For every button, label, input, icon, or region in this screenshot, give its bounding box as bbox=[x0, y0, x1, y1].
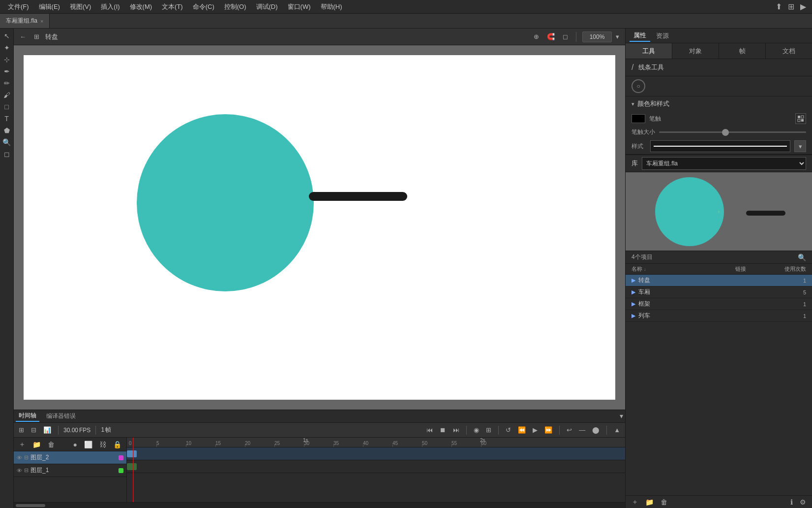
pencil-tool-btn[interactable]: ✏ bbox=[1, 78, 12, 89]
layer1-vis-btn[interactable]: 👁 bbox=[17, 468, 22, 474]
lib-item-2[interactable]: ▶ 框架 1 bbox=[626, 298, 812, 310]
layer2-lock-btn[interactable]: ⊟ bbox=[24, 454, 29, 461]
layer-graph-icon[interactable]: 📊 bbox=[41, 425, 53, 435]
transform-tool-btn[interactable]: ⊹ bbox=[1, 54, 12, 65]
library-file-select[interactable]: 车厢重组.fla bbox=[642, 157, 806, 170]
rewind-btn[interactable]: ⏪ bbox=[516, 425, 528, 435]
layer-outline-icon[interactable]: ⛓ bbox=[97, 440, 108, 449]
tab-close-btn[interactable]: × bbox=[40, 18, 43, 24]
assets-tab[interactable]: 资源 bbox=[652, 31, 673, 41]
timeline-tab[interactable]: 时间轴 bbox=[16, 411, 39, 422]
color-style-label: 颜色和样式 bbox=[637, 99, 669, 108]
tool-tab-doc[interactable]: 文档 bbox=[766, 43, 812, 59]
stroke-options-btn[interactable] bbox=[795, 113, 806, 124]
loop-btn[interactable]: ↺ bbox=[504, 425, 513, 435]
text-tool-btn[interactable]: T bbox=[1, 113, 12, 124]
lib-col-uses-header: 使用次数 bbox=[777, 265, 806, 273]
new-layer-icon[interactable]: ⊞ bbox=[17, 425, 26, 435]
menu-text[interactable]: 文本(T) bbox=[158, 1, 187, 12]
eyedropper-tool-btn[interactable]: 🔍 bbox=[1, 137, 12, 148]
lib-add-btn[interactable]: ＋ bbox=[630, 497, 640, 508]
stroke-color-swatch[interactable] bbox=[632, 114, 645, 123]
visibility-icon[interactable]: ◻ bbox=[561, 32, 570, 41]
round-icon-btn[interactable]: ○ bbox=[632, 79, 645, 93]
align-center-icon[interactable]: ⊕ bbox=[532, 32, 541, 41]
properties-tab[interactable]: 属性 bbox=[630, 30, 650, 42]
lib-folder-btn[interactable]: 📁 bbox=[643, 497, 656, 507]
fill-tool-btn[interactable]: ⬟ bbox=[1, 125, 12, 136]
add-layer-btn[interactable]: ＋ bbox=[17, 440, 28, 449]
menu-insert[interactable]: 插入(I) bbox=[97, 1, 123, 12]
style-dropdown[interactable] bbox=[650, 140, 790, 152]
layer-row-2[interactable]: 👁 ⊟ 图层_2 bbox=[14, 451, 126, 464]
menu-window[interactable]: 窗口(W) bbox=[284, 1, 315, 12]
library-header: 库 车厢重组.fla bbox=[626, 155, 812, 172]
lib-item-1[interactable]: ▶ 车厢 5 bbox=[626, 286, 812, 298]
library-search-btn[interactable]: 🔍 bbox=[798, 254, 806, 261]
add-folder-btn[interactable]: 📁 bbox=[30, 440, 43, 449]
menu-modify[interactable]: 修改(M) bbox=[126, 1, 156, 12]
snap-icon[interactable]: 🧲 bbox=[545, 32, 557, 41]
compiler-errors-tab[interactable]: 编译器错误 bbox=[43, 411, 79, 421]
eraser-tool-btn[interactable]: ◻ bbox=[1, 149, 12, 159]
subselect-tool-btn[interactable]: ✦ bbox=[1, 42, 12, 53]
select-tool-btn[interactable]: ↖ bbox=[1, 31, 12, 41]
lib-delete-btn[interactable]: 🗑 bbox=[659, 497, 669, 507]
panel-header-tabs: 属性 资源 bbox=[626, 29, 812, 43]
canvas-area[interactable] bbox=[14, 45, 625, 410]
lib-item-3[interactable]: ▶ 列车 1 bbox=[626, 310, 812, 322]
timeline-scroll-thumb[interactable] bbox=[16, 504, 45, 507]
tool-tab-object[interactable]: 对象 bbox=[672, 43, 719, 59]
fast-forward-btn[interactable]: ⏩ bbox=[542, 425, 554, 435]
timeline-scrollbar[interactable] bbox=[14, 502, 625, 508]
style-dropdown-arrow[interactable]: ▾ bbox=[794, 140, 806, 152]
stop-btn[interactable]: ⏹ bbox=[438, 425, 448, 435]
go-to-start-btn[interactable]: ⏮ bbox=[424, 425, 435, 435]
zoom-input[interactable] bbox=[582, 32, 612, 42]
timeline-collapse-btn[interactable]: ▾ bbox=[620, 412, 623, 420]
lib-item-0-name: 转盘 bbox=[638, 276, 731, 285]
pen-tool-btn[interactable]: ✒ bbox=[1, 66, 12, 77]
shape-tool-btn[interactable]: □ bbox=[1, 101, 12, 112]
layer2-vis-btn[interactable]: 👁 bbox=[17, 455, 22, 461]
export-icon[interactable]: ⬆ bbox=[774, 1, 784, 12]
menu-help[interactable]: 帮助(H) bbox=[317, 1, 346, 12]
timeline-zoom-slider[interactable]: ⬤ bbox=[590, 425, 601, 435]
back-btn[interactable]: ← bbox=[18, 32, 28, 41]
tab-file[interactable]: 车厢重组.fla × bbox=[0, 14, 50, 28]
library-label: 库 bbox=[632, 159, 638, 168]
tool-tab-frame[interactable]: 帧 bbox=[719, 43, 766, 59]
stroke-size-slider[interactable] bbox=[659, 131, 806, 133]
go-forward-btn[interactable]: ⏭ bbox=[451, 425, 461, 435]
timeline-ruler: 0 5 10 15 20 25 30 1s bbox=[127, 438, 625, 447]
menu-control[interactable]: 控制(O) bbox=[220, 1, 250, 12]
layer-vis-all[interactable]: ● bbox=[71, 440, 79, 449]
scene-btn[interactable]: ⊞ bbox=[32, 32, 41, 41]
onion-skin-btn[interactable]: ◉ bbox=[472, 425, 481, 435]
onion-skin-outline-btn[interactable]: ⊞ bbox=[484, 425, 493, 435]
delete-layer-btn[interactable]: 🗑 bbox=[46, 440, 57, 449]
brush-tool-btn[interactable]: 🖌 bbox=[1, 90, 12, 100]
tool-tab-tool[interactable]: 工具 bbox=[626, 43, 672, 59]
layer-padding-icon[interactable]: 🔒 bbox=[111, 440, 123, 449]
undo-btn[interactable]: ↩ bbox=[565, 425, 574, 435]
layout-icon[interactable]: ⊞ bbox=[786, 1, 796, 12]
main-area: ↖ ✦ ⊹ ✒ ✏ 🖌 □ T ⬟ 🔍 ◻ ← ⊞ 转盘 ⊕ 🧲 ◻ ▾ bbox=[0, 29, 812, 508]
lib-props-btn[interactable]: ⚙ bbox=[798, 497, 808, 507]
max-zoom-btn[interactable]: ▲ bbox=[612, 425, 622, 435]
menu-command[interactable]: 命令(C) bbox=[189, 1, 218, 12]
menu-view[interactable]: 视图(V) bbox=[66, 1, 95, 12]
layer-view-icon[interactable]: ⊟ bbox=[29, 425, 38, 435]
play-btn[interactable]: ▶ bbox=[531, 425, 540, 435]
zoom-dropdown-btn[interactable]: ▾ bbox=[614, 32, 621, 41]
layer-row-1[interactable]: 👁 ⊟ 图层_1 bbox=[14, 464, 126, 477]
play-icon[interactable]: ▶ bbox=[798, 1, 808, 12]
menu-file[interactable]: 文件(F) bbox=[4, 1, 33, 12]
menu-edit[interactable]: 编辑(E) bbox=[35, 1, 64, 12]
layer1-lock-btn[interactable]: ⊟ bbox=[24, 467, 29, 474]
lib-item-0[interactable]: ▶ 转盘 1 bbox=[626, 275, 812, 286]
menu-debug[interactable]: 调试(D) bbox=[252, 1, 282, 12]
color-style-header[interactable]: ▾ 颜色和样式 bbox=[626, 96, 812, 111]
lib-info-btn[interactable]: ℹ bbox=[788, 497, 795, 507]
layer-lock-icon[interactable]: ⬜ bbox=[82, 440, 94, 449]
